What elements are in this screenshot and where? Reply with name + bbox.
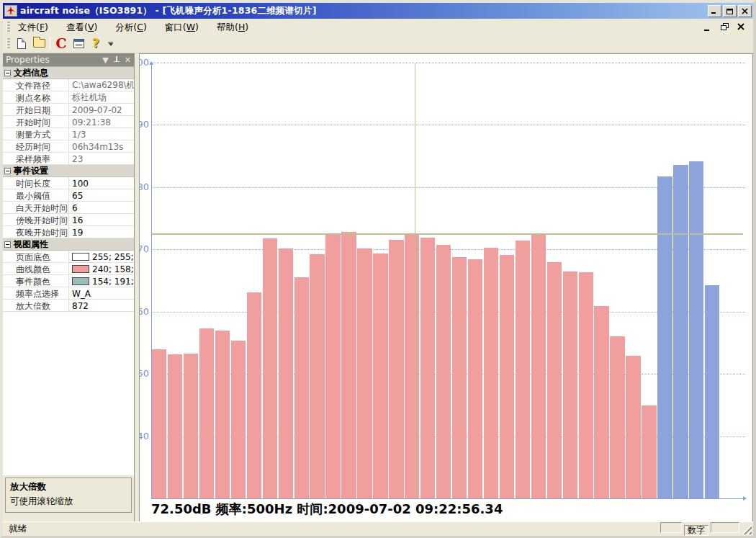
property-value[interactable]: W_A <box>69 287 134 299</box>
property-value[interactable]: 154; 191; 18 <box>69 275 134 287</box>
properties-button[interactable] <box>70 35 87 51</box>
color-swatch[interactable] <box>72 265 89 273</box>
collapse-minus-icon[interactable] <box>4 241 11 248</box>
spectrum-bar[interactable] <box>357 248 372 498</box>
spectrum-bar[interactable] <box>215 331 230 498</box>
property-section-header[interactable]: 事件设置 <box>3 165 134 177</box>
spectrum-bar[interactable] <box>152 349 166 498</box>
spectrum-bar[interactable] <box>594 306 608 498</box>
spectrum-bar[interactable] <box>168 354 182 498</box>
toolbar-overflow-button[interactable] <box>106 36 115 50</box>
spectrum-bar[interactable] <box>389 240 403 498</box>
property-row: 傍晚开始时间16 <box>3 214 134 226</box>
spectrum-bar[interactable] <box>263 238 277 498</box>
spectrum-bar[interactable] <box>279 248 293 498</box>
menubar-grip[interactable] <box>6 22 10 32</box>
event-bar[interactable] <box>657 176 672 498</box>
property-value[interactable]: 16 <box>69 214 134 225</box>
help-button[interactable]: ? <box>87 35 104 51</box>
toolbar-grip[interactable] <box>6 38 10 48</box>
dropdown-arrow-icon[interactable]: ▼ <box>102 56 108 64</box>
spectrum-bar[interactable] <box>547 262 562 498</box>
property-value[interactable]: 19 <box>69 226 134 238</box>
spectrum-bar[interactable] <box>199 328 214 498</box>
spectrum-bar[interactable] <box>610 336 624 498</box>
color-swatch[interactable] <box>72 277 89 285</box>
menu-item-c[interactable]: 分析(C) <box>110 20 152 34</box>
app-window: aircraft noise（ISO3891） - [飞机噪声分析1-1836二… <box>0 0 756 538</box>
collapse-minus-icon[interactable] <box>4 168 11 174</box>
red-airplane-icon[interactable] <box>4 5 17 17</box>
spectrum-bar[interactable] <box>184 354 198 498</box>
spectrum-bar[interactable] <box>516 241 530 498</box>
property-value[interactable]: 06h34m13s <box>69 140 134 152</box>
property-value[interactable]: 6 <box>69 202 134 213</box>
property-value[interactable]: 255; 255; 25 <box>69 251 134 262</box>
spectrum-bar[interactable] <box>452 257 467 498</box>
pin-icon[interactable] <box>114 56 120 64</box>
spectrum-bar[interactable] <box>563 272 577 498</box>
property-value[interactable]: 2009-07-02 <box>69 104 134 115</box>
property-section-header[interactable]: 文档信息 <box>3 67 134 79</box>
spectrum-bar[interactable] <box>531 233 546 498</box>
collapse-minus-icon[interactable] <box>4 70 11 76</box>
spectrum-bar[interactable] <box>436 245 451 498</box>
y-tick-label: 60 <box>139 306 149 317</box>
spectrum-bar[interactable] <box>420 238 435 498</box>
spectrum-bar[interactable] <box>373 254 387 498</box>
close-icon[interactable]: ✕ <box>125 56 131 64</box>
spectrum-bar[interactable] <box>405 234 419 498</box>
spectrum-bar[interactable] <box>579 272 593 498</box>
new-document-button[interactable] <box>13 35 30 51</box>
convert-button[interactable]: C <box>53 35 70 51</box>
menu-item-w[interactable]: 窗口(W) <box>160 20 204 34</box>
properties-panel-header[interactable]: Properties ▼ ✕ <box>3 53 134 66</box>
spectrum-bar[interactable] <box>626 356 640 498</box>
crosshair-vertical-line <box>415 63 415 498</box>
property-value[interactable]: 09:21:38 <box>69 116 134 127</box>
property-row: 放大倍数872 <box>3 300 134 312</box>
property-value[interactable]: 65 <box>69 189 134 201</box>
y-tick-label: 70 <box>139 243 149 254</box>
spectrum-bar[interactable] <box>642 405 656 498</box>
property-section-header[interactable]: 视图属性 <box>3 238 134 251</box>
property-value[interactable]: 872 <box>69 300 134 311</box>
property-label: 时间长度 <box>3 177 69 189</box>
mdi-close-icon[interactable] <box>736 22 746 31</box>
menu-item-h[interactable]: 帮助(H) <box>212 20 253 34</box>
toolbar: C ? <box>3 34 753 53</box>
event-bar[interactable] <box>705 285 719 498</box>
resize-grip[interactable] <box>742 524 752 534</box>
property-row: 夜晚开始时间19 <box>3 226 134 238</box>
event-bar[interactable] <box>689 161 703 498</box>
spectrum-bar[interactable] <box>484 248 498 498</box>
property-value[interactable]: C:\awa6298\机场 <box>69 79 134 91</box>
menu-item-v[interactable]: 查看(V) <box>61 20 102 34</box>
property-value[interactable]: 1/3 <box>69 128 134 140</box>
minimize-button[interactable] <box>708 5 721 17</box>
menu-item-f[interactable]: 文件(F) <box>13 20 53 34</box>
spectrum-plot-area[interactable]: 405060708090100 <box>140 54 752 521</box>
spectrum-bar[interactable] <box>294 277 309 498</box>
property-label: 测量方式 <box>3 128 69 140</box>
property-row: 页面底色255; 255; 25 <box>3 251 134 263</box>
color-swatch[interactable] <box>72 253 89 261</box>
property-value[interactable]: 栎社机场 <box>69 91 134 103</box>
open-folder-icon <box>33 39 45 48</box>
spectrum-bar[interactable] <box>231 341 246 498</box>
spectrum-bar[interactable] <box>310 254 324 498</box>
event-bar[interactable] <box>673 165 688 498</box>
open-file-button[interactable] <box>30 35 48 51</box>
property-value[interactable]: 100 <box>69 177 134 189</box>
spectrum-bar[interactable] <box>341 232 356 498</box>
maximize-button[interactable] <box>723 5 737 17</box>
mdi-minimize-icon[interactable] <box>703 22 713 31</box>
spectrum-bar[interactable] <box>325 234 340 498</box>
property-value[interactable]: 240; 158; 15 <box>69 263 134 274</box>
spectrum-bar[interactable] <box>500 255 514 498</box>
close-button[interactable] <box>738 5 752 17</box>
spectrum-bar[interactable] <box>247 292 261 498</box>
property-value[interactable]: 23 <box>69 153 134 164</box>
mdi-restore-icon[interactable] <box>719 22 729 31</box>
spectrum-bar[interactable] <box>468 259 482 498</box>
